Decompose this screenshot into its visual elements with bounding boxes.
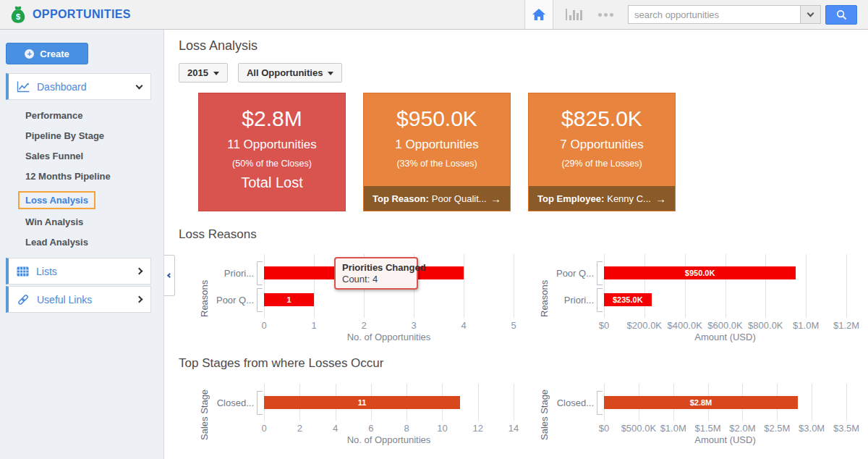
axis-x-label: Amount (USD) [604,332,846,342]
bar[interactable]: $235.0K [604,293,652,306]
sidebar-item-12-months-pipeline[interactable]: 12 Months Pipeline [25,171,163,182]
bar[interactable]: 11 [264,396,460,409]
bar-chart-icon [580,10,582,20]
x-tick-label: 4 [461,320,466,331]
bar-value-label: $950.0K [604,266,796,279]
plot: $2.8M [604,384,846,421]
sidebar-item-lists[interactable]: Lists [6,258,151,285]
scope-filter-value: All Opportunities [247,67,323,78]
chevron-right-icon [136,268,143,275]
card-percentage: (29% of the Losses) [529,159,675,169]
axis-y-label: Reasons [536,254,552,342]
axis-y-label: Sales Stage [196,384,212,445]
x-tick-label: $200.0K [627,320,662,331]
scope-filter-dropdown[interactable]: All Opportunities [238,63,342,83]
search-group [628,5,857,25]
bar[interactable]: $950.0K [604,266,796,279]
more-options-button[interactable] [598,13,613,17]
active-item-highlight: Loss Analysis [18,191,95,209]
sidebar-collapse-handle[interactable] [164,255,175,296]
sidebar-item-dashboard[interactable]: Dashboard [6,73,151,100]
axis-x-label: No. of Opportunities [264,434,514,445]
category-label: Priori... [212,260,257,287]
x-tick-label: $400.0K [667,320,702,331]
create-button[interactable]: + Create [6,43,88,64]
plot-area: $950.0K$235.0K$0$200.0K$400.0K$600.0K$80… [604,254,846,342]
x-tick-label: 6 [368,423,373,434]
x-tick-label: 2 [361,320,366,331]
home-icon [532,8,546,21]
category-labels: Closed... [212,384,257,445]
topbar-actions [524,0,857,29]
app-brand: $ OPPORTUNITIES [10,6,131,24]
x-tick-label: $1.0M [660,423,686,434]
arrow-right-icon: → [490,193,501,205]
bar[interactable]: 1 [264,293,314,306]
year-filter-dropdown[interactable]: 2015 [179,63,228,83]
x-axis-ticks: 012345 [264,318,514,331]
footer-value: Poor Qualit... [432,193,487,204]
sidebar-item-label: Dashboard [37,81,87,93]
sidebar-item-sales-funnel[interactable]: Sales Funnel [25,151,163,161]
card-opportunities: 1 Opportunities [364,137,510,153]
top-reason-card: $950.0K 1 Opportunities (33% of the Loss… [363,93,511,211]
bar-chart-icon [573,10,575,20]
sidebar-item-lead-analysis[interactable]: Lead Analysis [25,237,163,248]
bar-value-label: $2.8M [604,396,798,409]
page-app-title: OPPORTUNITIES [33,8,131,21]
section-title-loss-reasons: Loss Reasons [179,227,868,242]
top-reason-footer-button[interactable]: Top Reason: Poor Qualit... → [364,186,510,211]
search-input[interactable] [628,5,800,24]
caret-down-icon [328,72,333,75]
ellipsis-icon [598,13,602,17]
x-tick-label: $1.2M [833,320,859,331]
category-label: Closed... [212,389,257,416]
x-tick-label: 12 [472,423,482,434]
x-tick-label: $1.5M [694,423,720,434]
plot-area: $2.8M$0$500.0K$1.0M$1.5M$2.0M$2.5M$3.0M$… [604,384,846,445]
sidebar-item-loss-analysis[interactable]: Loss Analysis [25,191,163,209]
search-button[interactable] [825,5,857,25]
card-amount: $2.8M [199,106,345,131]
gridline [846,254,847,318]
sidebar-item-performance[interactable]: Performance [25,110,163,121]
sidebar-item-win-analysis[interactable]: Win Analysis [25,216,163,227]
x-tick-label: $2.0M [729,423,755,434]
caret-down-icon [213,72,219,75]
top-stages-charts: Sales StageClosed...1102468101214No. of … [179,384,868,445]
sidebar-item-label: Lists [36,266,57,277]
x-tick-label: $0 [599,320,609,331]
x-tick-label: $2.5M [764,423,790,434]
gridline [514,384,514,421]
x-tick-label: $3.0M [799,423,825,434]
topbar: $ OPPORTUNITIES [0,0,868,30]
top-employee-footer-button[interactable]: Top Employee: Kenny C... → [529,186,675,211]
footer-value: Kenny C... [607,193,651,204]
axis-x-label: No. of Opportunities [264,332,514,342]
tooltip-title: Priorities Changed [342,262,410,273]
category-bracket-icon [257,391,263,415]
loss-reasons-charts: ReasonsPriori...Poor Q...41012345No. of … [179,254,868,342]
x-tick-label: 4 [333,423,338,434]
sidebar-item-pipeline-by-stage[interactable]: Pipeline By Stage [25,130,163,141]
category-bracket-icon [597,261,603,285]
category-bracket-icon [257,288,263,312]
home-button[interactable] [524,0,553,29]
search-scope-dropdown[interactable] [800,5,821,24]
bar[interactable]: $2.8M [604,396,798,409]
category-labels: Poor Q...Priori... [552,254,597,342]
sidebar-item-useful-links[interactable]: Useful Links [6,286,151,313]
chart-loss-reasons-amount: ReasonsPoor Q...Priori...$950.0K$235.0K$… [536,254,846,342]
x-tick-label: 8 [404,423,409,434]
x-tick-label: 2 [297,423,302,434]
axis-x-label: Amount (USD) [604,434,846,445]
reports-button[interactable] [566,9,582,20]
card-amount: $950.0K [364,106,510,131]
svg-text:$: $ [16,12,20,20]
x-tick-label: 5 [511,320,516,331]
chart-top-stages-count: Sales StageClosed...1102468101214No. of … [196,384,514,445]
card-opportunities: 11 Opportunities [199,137,345,153]
category-label: Poor Q... [212,287,257,313]
footer-label: Top Employee: [537,193,604,204]
arrow-right-icon: → [655,193,666,205]
